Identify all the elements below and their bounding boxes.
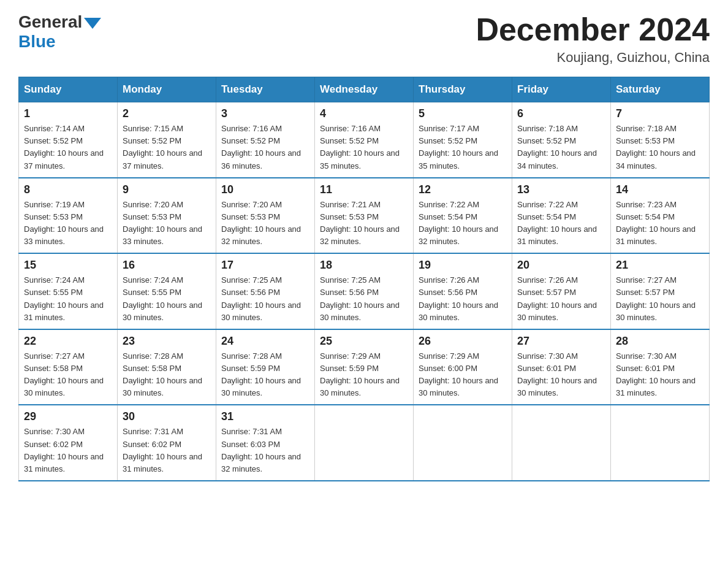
day-number: 16 — [123, 259, 211, 272]
day-info: Sunrise: 7:30 AMSunset: 6:02 PMDaylight:… — [24, 427, 104, 473]
day-number: 29 — [24, 410, 112, 423]
day-number: 30 — [123, 410, 211, 423]
day-cell: 31 Sunrise: 7:31 AMSunset: 6:03 PMDaylig… — [216, 405, 315, 481]
logo-general-text: General — [18, 12, 82, 32]
column-header-monday: Monday — [118, 77, 216, 102]
day-cell: 21 Sunrise: 7:27 AMSunset: 5:57 PMDaylig… — [611, 253, 710, 329]
day-info: Sunrise: 7:30 AMSunset: 6:01 PMDaylight:… — [616, 351, 696, 397]
day-cell: 28 Sunrise: 7:30 AMSunset: 6:01 PMDaylig… — [611, 329, 710, 405]
day-number: 1 — [24, 107, 112, 120]
day-cell: 11 Sunrise: 7:21 AMSunset: 5:53 PMDaylig… — [315, 178, 414, 254]
week-row-3: 15 Sunrise: 7:24 AMSunset: 5:55 PMDaylig… — [19, 253, 710, 329]
week-row-4: 22 Sunrise: 7:27 AMSunset: 5:58 PMDaylig… — [19, 329, 710, 405]
day-number: 28 — [616, 335, 704, 348]
day-number: 2 — [123, 107, 211, 120]
day-number: 3 — [221, 107, 309, 120]
day-number: 9 — [123, 183, 211, 196]
day-info: Sunrise: 7:30 AMSunset: 6:01 PMDaylight:… — [517, 351, 597, 397]
calendar-table: SundayMondayTuesdayWednesdayThursdayFrid… — [18, 77, 710, 481]
day-number: 27 — [517, 335, 605, 348]
day-info: Sunrise: 7:29 AMSunset: 6:00 PMDaylight:… — [419, 351, 498, 397]
day-cell: 8 Sunrise: 7:19 AMSunset: 5:53 PMDayligh… — [19, 178, 118, 254]
day-number: 10 — [221, 183, 309, 196]
day-cell: 6 Sunrise: 7:18 AMSunset: 5:52 PMDayligh… — [512, 102, 611, 178]
day-cell — [315, 405, 414, 481]
logo-triangle-icon — [84, 18, 101, 29]
week-row-1: 1 Sunrise: 7:14 AMSunset: 5:52 PMDayligh… — [19, 102, 710, 178]
day-number: 8 — [24, 183, 112, 196]
day-info: Sunrise: 7:26 AMSunset: 5:56 PMDaylight:… — [419, 275, 498, 321]
day-number: 7 — [616, 107, 704, 120]
day-info: Sunrise: 7:25 AMSunset: 5:56 PMDaylight:… — [320, 275, 400, 321]
day-info: Sunrise: 7:31 AMSunset: 6:03 PMDaylight:… — [221, 427, 301, 473]
column-header-sunday: Sunday — [19, 77, 118, 102]
day-info: Sunrise: 7:27 AMSunset: 5:57 PMDaylight:… — [616, 275, 696, 321]
day-info: Sunrise: 7:18 AMSunset: 5:53 PMDaylight:… — [616, 124, 696, 170]
day-cell — [512, 405, 611, 481]
day-info: Sunrise: 7:14 AMSunset: 5:52 PMDaylight:… — [24, 124, 104, 170]
day-number: 24 — [221, 335, 309, 348]
day-info: Sunrise: 7:19 AMSunset: 5:53 PMDaylight:… — [24, 200, 104, 246]
day-cell: 26 Sunrise: 7:29 AMSunset: 6:00 PMDaylig… — [414, 329, 512, 405]
day-number: 15 — [24, 259, 112, 272]
day-info: Sunrise: 7:16 AMSunset: 5:52 PMDaylight:… — [320, 124, 400, 170]
week-row-2: 8 Sunrise: 7:19 AMSunset: 5:53 PMDayligh… — [19, 178, 710, 254]
day-info: Sunrise: 7:22 AMSunset: 5:54 PMDaylight:… — [517, 200, 597, 246]
day-info: Sunrise: 7:15 AMSunset: 5:52 PMDaylight:… — [123, 124, 202, 170]
day-info: Sunrise: 7:18 AMSunset: 5:52 PMDaylight:… — [517, 124, 597, 170]
month-title: December 2024 — [476, 12, 710, 47]
day-cell: 13 Sunrise: 7:22 AMSunset: 5:54 PMDaylig… — [512, 178, 611, 254]
day-number: 18 — [320, 259, 408, 272]
day-cell: 17 Sunrise: 7:25 AMSunset: 5:56 PMDaylig… — [216, 253, 315, 329]
day-info: Sunrise: 7:17 AMSunset: 5:52 PMDaylight:… — [419, 124, 498, 170]
day-cell — [611, 405, 710, 481]
calendar-header-row: SundayMondayTuesdayWednesdayThursdayFrid… — [19, 77, 710, 102]
day-info: Sunrise: 7:26 AMSunset: 5:57 PMDaylight:… — [517, 275, 597, 321]
day-cell: 3 Sunrise: 7:16 AMSunset: 5:52 PMDayligh… — [216, 102, 315, 178]
day-info: Sunrise: 7:27 AMSunset: 5:58 PMDaylight:… — [24, 351, 104, 397]
day-cell: 25 Sunrise: 7:29 AMSunset: 5:59 PMDaylig… — [315, 329, 414, 405]
day-cell: 1 Sunrise: 7:14 AMSunset: 5:52 PMDayligh… — [19, 102, 118, 178]
day-cell: 9 Sunrise: 7:20 AMSunset: 5:53 PMDayligh… — [118, 178, 216, 254]
day-cell: 20 Sunrise: 7:26 AMSunset: 5:57 PMDaylig… — [512, 253, 611, 329]
day-number: 25 — [320, 335, 408, 348]
day-number: 17 — [221, 259, 309, 272]
day-info: Sunrise: 7:28 AMSunset: 5:58 PMDaylight:… — [123, 351, 202, 397]
day-info: Sunrise: 7:20 AMSunset: 5:53 PMDaylight:… — [221, 200, 301, 246]
day-cell: 12 Sunrise: 7:22 AMSunset: 5:54 PMDaylig… — [414, 178, 512, 254]
day-cell — [414, 405, 512, 481]
location-title: Koujiang, Guizhou, China — [476, 50, 710, 66]
column-header-saturday: Saturday — [611, 77, 710, 102]
day-info: Sunrise: 7:28 AMSunset: 5:59 PMDaylight:… — [221, 351, 301, 397]
day-info: Sunrise: 7:31 AMSunset: 6:02 PMDaylight:… — [123, 427, 202, 473]
day-cell: 4 Sunrise: 7:16 AMSunset: 5:52 PMDayligh… — [315, 102, 414, 178]
day-cell: 16 Sunrise: 7:24 AMSunset: 5:55 PMDaylig… — [118, 253, 216, 329]
day-cell: 2 Sunrise: 7:15 AMSunset: 5:52 PMDayligh… — [118, 102, 216, 178]
day-number: 14 — [616, 183, 704, 196]
day-number: 21 — [616, 259, 704, 272]
day-number: 4 — [320, 107, 408, 120]
day-cell: 15 Sunrise: 7:24 AMSunset: 5:55 PMDaylig… — [19, 253, 118, 329]
logo: General Blue — [18, 12, 103, 52]
day-number: 12 — [419, 183, 507, 196]
day-number: 19 — [419, 259, 507, 272]
day-number: 31 — [221, 410, 309, 423]
day-cell: 27 Sunrise: 7:30 AMSunset: 6:01 PMDaylig… — [512, 329, 611, 405]
day-cell: 23 Sunrise: 7:28 AMSunset: 5:58 PMDaylig… — [118, 329, 216, 405]
title-area: December 2024 Koujiang, Guizhou, China — [476, 12, 710, 66]
column-header-friday: Friday — [512, 77, 611, 102]
column-header-wednesday: Wednesday — [315, 77, 414, 102]
column-header-tuesday: Tuesday — [216, 77, 315, 102]
day-cell: 24 Sunrise: 7:28 AMSunset: 5:59 PMDaylig… — [216, 329, 315, 405]
day-info: Sunrise: 7:16 AMSunset: 5:52 PMDaylight:… — [221, 124, 301, 170]
day-info: Sunrise: 7:24 AMSunset: 5:55 PMDaylight:… — [123, 275, 202, 321]
day-number: 11 — [320, 183, 408, 196]
day-number: 26 — [419, 335, 507, 348]
day-cell: 18 Sunrise: 7:25 AMSunset: 5:56 PMDaylig… — [315, 253, 414, 329]
day-cell: 5 Sunrise: 7:17 AMSunset: 5:52 PMDayligh… — [414, 102, 512, 178]
logo-blue-text: Blue — [18, 32, 56, 51]
day-number: 20 — [517, 259, 605, 272]
day-number: 22 — [24, 335, 112, 348]
day-info: Sunrise: 7:22 AMSunset: 5:54 PMDaylight:… — [419, 200, 498, 246]
column-header-thursday: Thursday — [414, 77, 512, 102]
